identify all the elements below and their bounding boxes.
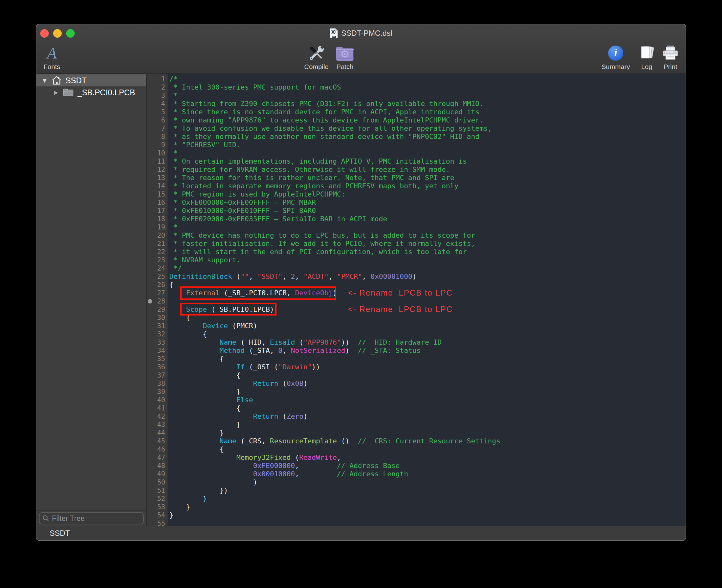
title-bar[interactable]: DSL SSDT-PMC.dsl <box>36 24 686 42</box>
window-title: SSDT-PMC.dsl <box>341 29 392 38</box>
code-line: Name (_CRS, ResourceTemplate () // _CRS:… <box>169 437 686 445</box>
filter-tree-input[interactable]: Filter Tree <box>39 512 144 524</box>
code-line: } <box>169 503 686 511</box>
line-number: 44 <box>154 429 165 437</box>
code-line: Device (PMCR) <box>169 322 686 330</box>
status-bar: SSDT <box>36 526 686 540</box>
line-number: 53 <box>154 503 165 511</box>
dsl-document-icon: DSL <box>330 28 338 38</box>
fonts-button[interactable]: A Fonts <box>44 43 60 70</box>
app-window: DSL SSDT-PMC.dsl A Fonts <box>36 24 686 541</box>
traffic-lights <box>40 24 75 42</box>
disclosure-open-icon[interactable]: ▼ <box>41 77 48 84</box>
line-number: 45 <box>154 437 165 445</box>
line-number: 33 <box>154 338 165 346</box>
line-number: 13 <box>154 174 165 182</box>
code-line: Return (0x0B) <box>169 379 686 388</box>
line-number: 16 <box>154 198 165 207</box>
window-chrome: DSL SSDT-PMC.dsl A Fonts <box>36 24 686 74</box>
code-line: } <box>169 511 686 519</box>
highlight-box-scope <box>180 303 277 316</box>
code-line: { <box>169 404 686 412</box>
zoom-button[interactable] <box>66 29 75 38</box>
line-number: 49 <box>154 470 165 478</box>
code-line: * 0xFE010000~0xFE010FFF – SPI BAR0 <box>169 207 686 215</box>
line-number: 46 <box>154 445 165 454</box>
code-line: }) <box>169 486 686 495</box>
code-line: * faster initialisation. If we add it to… <box>169 239 686 248</box>
code-line: * <box>169 223 686 231</box>
line-number: 42 <box>154 412 165 421</box>
patch-button[interactable]: ⚙ Patch <box>336 43 354 70</box>
code-lines[interactable]: /* * Intel 300-series PMC support for ma… <box>167 74 686 526</box>
line-number: 24 <box>154 264 165 272</box>
patch-gear-icon: ⚙ <box>336 46 354 61</box>
annotation-rename-external: <- Rename LPCB to LPC <box>348 288 453 297</box>
code-line: * "PCHRESV" UID. <box>169 141 686 149</box>
minimize-button[interactable] <box>53 29 62 38</box>
code-line: } <box>169 388 686 396</box>
sidebar: ▼ SSDT ▶ _SB.PCI0.LPCB F <box>36 74 146 526</box>
code-line: * it will start in the end of PCI config… <box>169 248 686 256</box>
gutter-numbers: 1234567891011121314151617181920212223242… <box>154 74 167 526</box>
print-label: Print <box>663 63 677 70</box>
line-number: 40 <box>154 396 165 404</box>
code-line: * own naming "APP9876" to access this de… <box>169 116 686 124</box>
line-number: 31 <box>154 322 165 330</box>
code-line <box>169 519 686 526</box>
line-number: 19 <box>154 223 165 231</box>
patch-label: Patch <box>336 63 354 70</box>
compile-button[interactable]: Compile <box>304 43 328 70</box>
line-number: 5 <box>154 108 165 116</box>
line-number: 54 <box>154 511 165 519</box>
line-number: 30 <box>154 314 165 322</box>
code-line: } <box>169 495 686 503</box>
sidebar-item-ssdt[interactable]: ▼ SSDT <box>36 75 146 86</box>
folder-icon <box>63 88 74 97</box>
log-button[interactable]: Log <box>638 43 655 70</box>
summary-button[interactable]: i Summary <box>601 43 630 70</box>
code-line: * required for NVRAM access. Otherwise i… <box>169 166 686 174</box>
line-number: 52 <box>154 495 165 503</box>
line-number: 6 <box>154 116 165 124</box>
line-number: 35 <box>154 355 165 363</box>
line-number: 32 <box>154 330 165 338</box>
compile-tools-icon <box>307 44 325 62</box>
svg-text:DSL: DSL <box>332 36 335 38</box>
line-number: 23 <box>154 256 165 264</box>
line-number: 48 <box>154 462 165 470</box>
code-line: * PMC device has nothing to do to LPC bu… <box>169 231 686 239</box>
line-number: 12 <box>154 166 165 174</box>
line-number: 39 <box>154 388 165 396</box>
code-line: /* <box>169 75 686 83</box>
sidebar-item-lpcb-label: _SB.PCI0.LPCB <box>78 88 135 97</box>
code-line: * Since there is no standard device for … <box>169 108 686 116</box>
code-line: ) <box>169 478 686 486</box>
line-number: 51 <box>154 486 165 495</box>
window-title-group: DSL SSDT-PMC.dsl <box>330 28 392 38</box>
line-number: 15 <box>154 190 165 198</box>
disclosure-closed-icon[interactable]: ▶ <box>53 89 59 96</box>
filter-placeholder: Filter Tree <box>52 514 85 523</box>
line-28-marker <box>148 299 152 303</box>
home-icon <box>51 76 62 85</box>
close-button[interactable] <box>40 29 49 38</box>
line-number: 28 <box>154 297 165 306</box>
line-number: 27 <box>154 289 165 297</box>
search-icon <box>42 515 49 522</box>
status-text: SSDT <box>50 529 70 538</box>
line-number: 21 <box>154 239 165 248</box>
code-line: { <box>169 330 686 338</box>
code-line: Name (_HID, EisaId ("APP9876")) // _HID:… <box>169 338 686 346</box>
code-line: * On certain implementations, including … <box>169 157 686 166</box>
line-number: 55 <box>154 519 165 526</box>
line-number: 25 <box>154 272 165 281</box>
code-line: * 0xFE020000~0xFE035FFF – SerialIo BAR i… <box>169 215 686 223</box>
print-printer-icon <box>662 45 679 61</box>
code-line: Memory32Fixed (ReadWrite, <box>169 454 686 462</box>
print-button[interactable]: Print <box>662 43 679 70</box>
sidebar-item-lpcb[interactable]: ▶ _SB.PCI0.LPCB <box>36 86 146 99</box>
log-label: Log <box>641 63 652 70</box>
code-editor[interactable]: 1234567891011121314151617181920212223242… <box>146 74 686 526</box>
code-line: } <box>169 421 686 429</box>
